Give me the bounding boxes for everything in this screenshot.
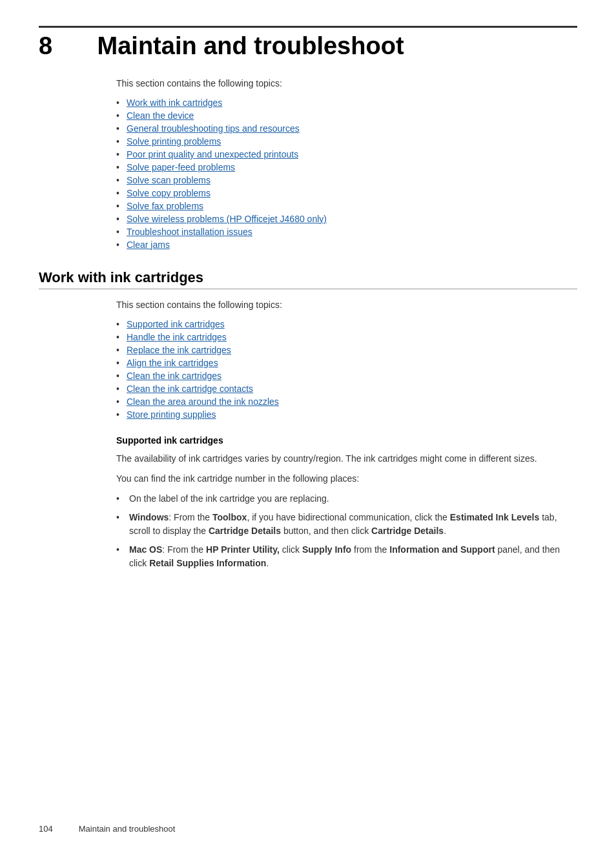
sub-toc-link-align[interactable]: Align the ink cartridges bbox=[127, 358, 218, 368]
page-container: 8 Maintain and troubleshoot This section… bbox=[0, 0, 616, 621]
bullet-item-macos: Mac OS: From the HP Printer Utility, cli… bbox=[116, 543, 577, 570]
toc-link-poor-print[interactable]: Poor print quality and unexpected printo… bbox=[127, 149, 298, 159]
sub-toc-link-store[interactable]: Store printing supplies bbox=[127, 409, 216, 420]
footer-section-label: Maintain and troubleshoot bbox=[79, 824, 176, 834]
toc-item: Solve printing problems bbox=[116, 136, 577, 147]
toc-link-solve-paper[interactable]: Solve paper-feed problems bbox=[127, 162, 235, 172]
bullet-item-label: On the label of the ink cartridge you ar… bbox=[116, 492, 577, 506]
sub-toc-item: Store printing supplies bbox=[116, 409, 577, 420]
footer-text: 104 Maintain and troubleshoot bbox=[39, 824, 175, 834]
toc-item: Solve scan problems bbox=[116, 175, 577, 185]
toc-item: Solve wireless problems (HP Officejet J4… bbox=[116, 214, 577, 224]
toc-link-solve-fax[interactable]: Solve fax problems bbox=[127, 201, 203, 211]
toc-link-general[interactable]: General troubleshooting tips and resourc… bbox=[127, 123, 300, 134]
toc-item: Work with ink cartridges bbox=[116, 98, 577, 108]
toc-link-work-with-ink[interactable]: Work with ink cartridges bbox=[127, 98, 222, 108]
subsection-supported-cartridges: Supported ink cartridges The availabilit… bbox=[116, 435, 577, 570]
toc-item: Solve paper-feed problems bbox=[116, 162, 577, 172]
toc-item: Clear jams bbox=[116, 240, 577, 250]
toc-item: Clean the device bbox=[116, 110, 577, 121]
supported-bullet-list: On the label of the ink cartridge you ar… bbox=[116, 492, 577, 570]
sub-toc-item: Align the ink cartridges bbox=[116, 358, 577, 368]
chapter-title-text: Maintain and troubleshoot bbox=[98, 32, 404, 59]
toc-item: General troubleshooting tips and resourc… bbox=[116, 123, 577, 134]
sub-toc-link-replace[interactable]: Replace the ink cartridges bbox=[127, 345, 231, 355]
toc-item: Poor print quality and unexpected printo… bbox=[116, 149, 577, 159]
supported-paragraph1: The availability of ink cartridges varie… bbox=[116, 452, 577, 466]
toc-link-solve-scan[interactable]: Solve scan problems bbox=[127, 175, 210, 185]
section-title-work-with-ink: Work with ink cartridges bbox=[39, 269, 577, 289]
toc-link-clear-jams[interactable]: Clear jams bbox=[127, 240, 170, 250]
toc-item: Solve fax problems bbox=[116, 201, 577, 211]
toc-item: Troubleshoot installation issues bbox=[116, 227, 577, 237]
page-number: 104 bbox=[39, 824, 53, 834]
toc-item: Solve copy problems bbox=[116, 188, 577, 198]
supported-paragraph2: You can find the ink cartridge number in… bbox=[116, 472, 577, 486]
chapter-number: 8 bbox=[39, 33, 90, 60]
sub-toc-item: Handle the ink cartridges bbox=[116, 332, 577, 342]
subsection-heading-supported: Supported ink cartridges bbox=[116, 435, 577, 446]
sub-toc-item: Clean the ink cartridge contacts bbox=[116, 384, 577, 394]
sub-toc-link-nozzles[interactable]: Clean the area around the ink nozzles bbox=[127, 396, 279, 407]
bullet-item-windows: Windows: From the Toolbox, if you have b… bbox=[116, 511, 577, 538]
toc-link-solve-wireless[interactable]: Solve wireless problems (HP Officejet J4… bbox=[127, 214, 327, 224]
toc-link-clean-device[interactable]: Clean the device bbox=[127, 110, 194, 121]
section1-toc-list: Supported ink cartridges Handle the ink … bbox=[116, 319, 577, 420]
sub-toc-link-handle[interactable]: Handle the ink cartridges bbox=[127, 332, 227, 342]
chapter-title: 8 Maintain and troubleshoot bbox=[39, 33, 577, 60]
toc-list: Work with ink cartridges Clean the devic… bbox=[116, 98, 577, 250]
sub-toc-link-clean[interactable]: Clean the ink cartridges bbox=[127, 371, 221, 381]
toc-link-solve-printing[interactable]: Solve printing problems bbox=[127, 136, 221, 147]
top-border bbox=[39, 26, 577, 28]
intro-text: This section contains the following topi… bbox=[116, 78, 577, 88]
sub-toc-link-contacts[interactable]: Clean the ink cartridge contacts bbox=[127, 384, 253, 394]
sub-toc-item: Supported ink cartridges bbox=[116, 319, 577, 329]
sub-toc-item: Replace the ink cartridges bbox=[116, 345, 577, 355]
sub-toc-item: Clean the area around the ink nozzles bbox=[116, 396, 577, 407]
toc-link-troubleshoot-install[interactable]: Troubleshoot installation issues bbox=[127, 227, 252, 237]
sub-toc-item: Clean the ink cartridges bbox=[116, 371, 577, 381]
section1-intro: This section contains the following topi… bbox=[116, 300, 577, 310]
page-footer: 104 Maintain and troubleshoot bbox=[39, 824, 175, 834]
toc-link-solve-copy[interactable]: Solve copy problems bbox=[127, 188, 210, 198]
sub-toc-link-supported[interactable]: Supported ink cartridges bbox=[127, 319, 225, 329]
